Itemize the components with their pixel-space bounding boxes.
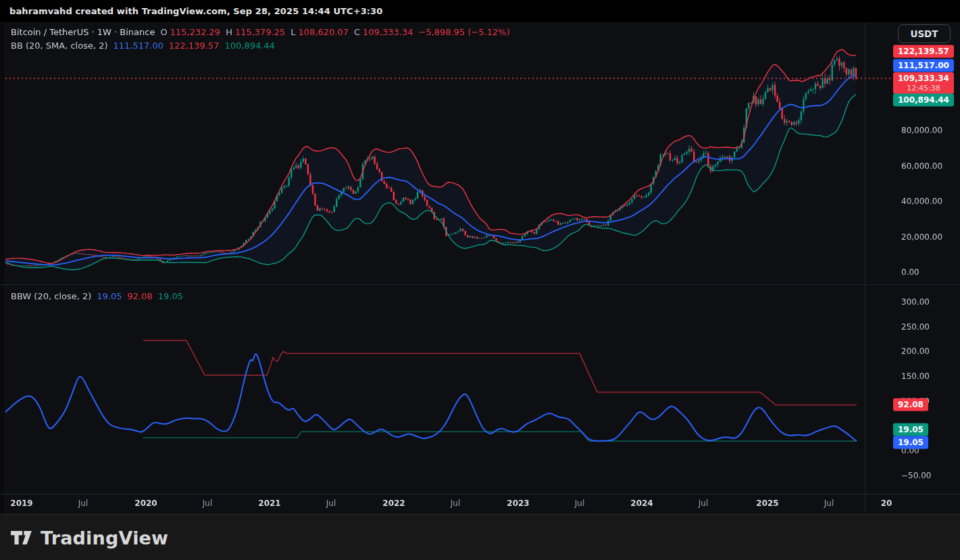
bbw-tick-label: 300.00 <box>901 297 930 307</box>
legend-item: BB (20, SMA, close, 2) <box>11 41 108 51</box>
legend-item: L <box>290 27 295 37</box>
price-tick-label: 20,000.00 <box>901 232 942 242</box>
price-tick-label: 0.00 <box>901 268 919 277</box>
bbw-tick-label: 150.00 <box>901 372 930 381</box>
time-tick-label: Jul <box>203 499 212 508</box>
legend-item: 100,894.44 <box>224 41 274 51</box>
legend-item: 115,379.25 <box>235 27 285 37</box>
attribution-bar: bahramvahd created with TradingView.com,… <box>0 0 960 23</box>
legend-item: O <box>160 27 167 37</box>
price-tick-label: 80,000.00 <box>901 126 942 135</box>
legend-item: Bitcoin / TetherUS · 1W · Binance <box>11 27 155 37</box>
time-tick-label: 2024 <box>630 499 653 508</box>
time-tick-label: 2022 <box>382 499 405 508</box>
legend-item: 111,517.00 <box>113 41 163 51</box>
legend-item: 19.05 <box>97 291 122 301</box>
time-tick-label: Jul <box>78 499 88 508</box>
time-tick-label: 2025 <box>756 499 778 508</box>
legend-item: −5,898.95 (−5.12%) <box>419 27 510 37</box>
time-tick-label: 2021 <box>258 499 280 508</box>
chart-canvas[interactable] <box>0 0 960 560</box>
legend-item: 92.08 <box>128 291 153 301</box>
time-tick-label: 2019 <box>10 499 32 508</box>
legend-item: C <box>354 27 360 37</box>
price-label-badge: 109,333.3412:45:38 <box>893 72 954 94</box>
bbw-tick-label: −50.00 <box>901 471 931 480</box>
tradingview-chart-screenshot: bahramvahd created with TradingView.com,… <box>0 0 960 560</box>
price-label-badge: 122,139.57 <box>893 45 954 58</box>
time-tick-label: Jul <box>824 499 834 508</box>
legend-item: 19.05 <box>158 291 183 301</box>
attribution-text: bahramvahd created with TradingView.com,… <box>9 6 382 16</box>
legend-item: 109,333.34 <box>363 27 413 37</box>
time-tick-label: Jul <box>575 499 584 508</box>
legend-item: H <box>226 27 232 37</box>
price-label-badge: 100,894.44 <box>893 94 954 107</box>
countdown-timer: 12:45:38 <box>898 84 949 93</box>
time-tick-label: Jul <box>451 499 460 508</box>
time-tick-label: 2023 <box>507 499 529 508</box>
tradingview-logo-icon <box>9 526 34 549</box>
legend-item: 122,139.57 <box>169 41 219 51</box>
bbw-tick-label: 250.00 <box>901 322 930 332</box>
price-label-badge: 111,517.00 <box>893 59 954 72</box>
bbw-tick-label: 200.00 <box>901 347 930 356</box>
tradingview-logo-text: TradingView <box>41 528 168 549</box>
bb-indicator-legend-row[interactable]: BB (20, SMA, close, 2)111,517.00122,139.… <box>11 41 280 51</box>
currency-toggle-button[interactable]: USDT <box>898 24 951 43</box>
legend-item: BBW (20, close, 2) <box>11 291 91 301</box>
price-tick-label: 60,000.00 <box>901 161 942 171</box>
legend-item: 115,232.29 <box>170 27 220 37</box>
symbol-legend-row[interactable]: Bitcoin / TetherUS · 1W · BinanceO115,23… <box>11 27 515 37</box>
footer-bar: TradingView <box>0 514 960 560</box>
time-tick-label: 2020 <box>134 499 157 508</box>
time-tick-label: 20 <box>881 499 892 508</box>
price-label-badge: 19.05 <box>893 424 928 436</box>
tradingview-logo[interactable]: TradingView <box>9 526 168 549</box>
bbw-indicator-legend-row[interactable]: BBW (20, close, 2)19.0592.0819.05 <box>11 291 188 301</box>
legend-item: 108,620.07 <box>299 27 349 37</box>
time-tick-label: Jul <box>699 499 708 508</box>
price-label-badge: 92.08 <box>893 399 928 411</box>
price-label-badge: 19.05 <box>893 436 928 449</box>
time-tick-label: Jul <box>326 499 336 508</box>
price-tick-label: 40,000.00 <box>901 197 942 206</box>
